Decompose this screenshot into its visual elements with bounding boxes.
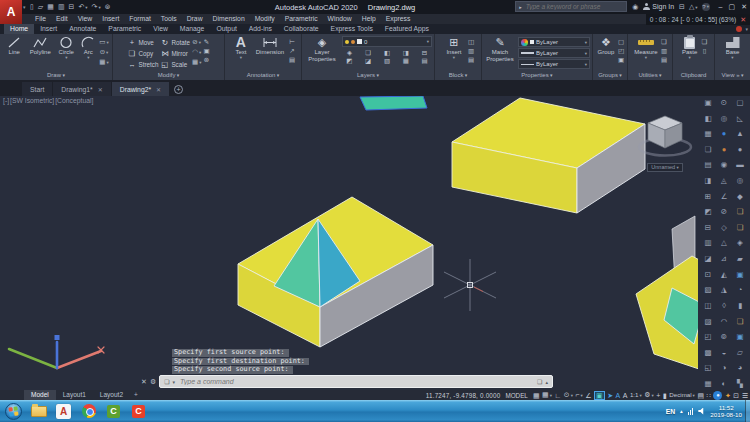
ribbon-tab-featured-apps[interactable]: Featured Apps — [379, 24, 435, 34]
close-tab-icon[interactable]: ✕ — [156, 86, 161, 93]
app-logo[interactable]: A — [0, 0, 22, 24]
menu-item-dimension[interactable]: Dimension — [208, 14, 250, 24]
edit-block-icon[interactable]: ▥ — [468, 47, 474, 54]
command-input[interactable] — [178, 377, 534, 386]
redo-icon[interactable]: ↷▾ — [92, 3, 101, 11]
layer-delete-icon[interactable]: ▦ — [403, 57, 409, 64]
group-tool[interactable]: ❖ Group — [596, 36, 616, 71]
tool-icon[interactable]: ◒ — [722, 348, 727, 357]
layer-state-icon[interactable]: ◈ — [347, 49, 352, 56]
menu-item-tools[interactable]: Tools — [156, 14, 182, 24]
tab-drawing1[interactable]: Drawing1*✕ — [53, 82, 110, 96]
tool-icon[interactable]: ❏ — [737, 223, 744, 232]
menu-item-view[interactable]: View — [73, 14, 98, 24]
linetype-control[interactable]: ByLayer ▾ — [518, 59, 590, 69]
volume-icon[interactable] — [698, 408, 705, 415]
line-tool[interactable]: Line — [3, 36, 25, 71]
tool-icon[interactable]: ◨ — [704, 176, 711, 185]
tool-icon[interactable]: ◫ — [704, 301, 711, 310]
panel-title-clipboard[interactable]: Clipboard — [673, 71, 714, 80]
tool-icon[interactable]: ∠ — [721, 192, 728, 201]
annotation-autoscale-icon[interactable]: A — [623, 391, 628, 400]
array-icon[interactable]: ▦▾ — [192, 58, 201, 66]
layer-prev-icon[interactable]: ◪ — [365, 57, 371, 64]
tool-icon[interactable]: ◪ — [704, 254, 711, 263]
offset-icon[interactable]: ⊜ — [204, 56, 209, 63]
customization-menu-icon[interactable]: ☰ — [742, 391, 748, 400]
panel-title-modify[interactable]: Modify — [113, 71, 224, 80]
tool-icon[interactable]: ⊚ — [721, 332, 727, 341]
ribbon-tab-home[interactable]: Home — [4, 24, 34, 34]
tool-icon[interactable]: ⊟ — [705, 223, 711, 232]
command-customize-icon[interactable]: ⚙ — [150, 378, 156, 386]
ellipse-tool-icon[interactable]: ⊙▾ — [100, 48, 109, 56]
leader-icon[interactable]: ⊢ — [289, 38, 295, 45]
show-desktop-button[interactable] — [745, 400, 750, 422]
tool-icon[interactable]: ◮ — [721, 285, 727, 294]
tool-icon[interactable]: ● — [722, 129, 727, 138]
layer-color-swatch[interactable] — [357, 39, 362, 44]
ribbon-tab-add-ins[interactable]: Add-ins — [243, 24, 278, 34]
tool-icon[interactable]: ◧ — [704, 114, 711, 123]
units-value[interactable]: Decimal▾ — [669, 390, 695, 400]
annotation-visibility-icon[interactable]: A — [616, 391, 621, 400]
layout-tab-layout2[interactable]: Layout2 — [93, 390, 130, 400]
ungroup-icon[interactable]: ▢ — [618, 38, 624, 45]
exchange-search-icon[interactable]: ◉ — [632, 2, 638, 12]
quick-select-icon[interactable]: ❏ — [661, 38, 667, 45]
object-tracking-icon[interactable]: ∠ — [585, 391, 591, 400]
layer-lock-icon[interactable]: ⊟ — [422, 49, 427, 56]
id-point-icon[interactable]: ▤ — [661, 56, 667, 63]
taskbar-explorer-button[interactable] — [30, 403, 47, 419]
menu-item-window[interactable]: Window — [323, 14, 357, 24]
hatch-tool-icon[interactable]: ▦▾ — [99, 58, 108, 66]
layer-dropdown-caret-icon[interactable]: ▾ — [427, 39, 429, 44]
tool-icon[interactable]: ◊ — [722, 301, 726, 310]
model-space-button[interactable]: MODEL — [505, 392, 527, 399]
tool-icon[interactable]: ◕ — [738, 363, 743, 372]
layer-match-icon[interactable]: ◩ — [346, 57, 352, 64]
ribbon-tab-manage[interactable]: Manage — [174, 24, 211, 34]
multileader-icon[interactable]: ↗ — [289, 47, 294, 54]
ribbon-tab-view[interactable]: View — [147, 24, 174, 34]
app-menu-caret-icon[interactable]: ▾ — [23, 4, 26, 10]
tool-icon[interactable]: ❏ — [705, 145, 712, 154]
tool-icon[interactable]: ◰ — [704, 332, 711, 341]
panel-title-block[interactable]: Block — [435, 71, 481, 80]
color-caret-icon[interactable]: ▾ — [585, 40, 587, 45]
layer-merge-icon[interactable]: ▧ — [384, 57, 390, 64]
new-layout-button[interactable]: + — [130, 390, 142, 400]
tool-icon[interactable]: ⊘ — [721, 207, 727, 216]
insert-block-tool[interactable]: ⊞ Insert — [442, 36, 466, 71]
arc-tool[interactable]: Arc — [79, 36, 97, 71]
tool-icon[interactable]: ▢ — [736, 98, 743, 107]
edit-polyline-icon[interactable]: ✎ — [204, 38, 209, 45]
quick-calc-icon[interactable]: ▥ — [661, 47, 667, 54]
ribbon-options-caret-icon[interactable]: ▾ — [745, 26, 748, 32]
tool-icon[interactable]: ◭ — [721, 270, 727, 279]
ribbon-tab-express-tools[interactable]: Express Tools — [325, 24, 379, 34]
ucs-icon[interactable] — [9, 335, 104, 368]
panel-title-groups[interactable]: Groups — [593, 71, 627, 80]
cut-clip-icon[interactable]: ▯ — [703, 47, 707, 54]
plot-icon[interactable]: ⊟ — [69, 3, 75, 11]
tool-icon[interactable]: ▦ — [704, 129, 711, 138]
isolate-objects-icon[interactable]: ▮ — [663, 391, 667, 400]
tool-icon[interactable]: ▰ — [737, 254, 743, 263]
dimension-tool[interactable]: Dimension — [253, 36, 287, 71]
restore-button[interactable]: ▢ — [729, 3, 736, 11]
measure-tool[interactable]: Measure — [633, 36, 659, 71]
panel-expand-icon[interactable]: » — [736, 72, 739, 78]
sign-in-button[interactable]: Sign In — [643, 3, 674, 10]
undo-icon[interactable]: ↶▾ — [78, 3, 87, 11]
tool-icon[interactable]: ◈ — [737, 238, 743, 247]
taskbar-autocad-button[interactable]: A — [55, 403, 72, 419]
close-tab-icon[interactable]: ✕ — [98, 86, 103, 93]
tool-icon[interactable]: ▣ — [704, 98, 711, 107]
workspace-switch-icon[interactable]: ⊜ — [105, 3, 111, 11]
ribbon-tab-insert[interactable]: Insert — [34, 24, 63, 34]
menu-item-modify[interactable]: Modify — [250, 14, 280, 24]
tool-icon[interactable]: ▤ — [704, 160, 711, 169]
group-edit-icon[interactable]: ◰ — [618, 47, 624, 54]
tab-start[interactable]: Start — [22, 82, 52, 96]
